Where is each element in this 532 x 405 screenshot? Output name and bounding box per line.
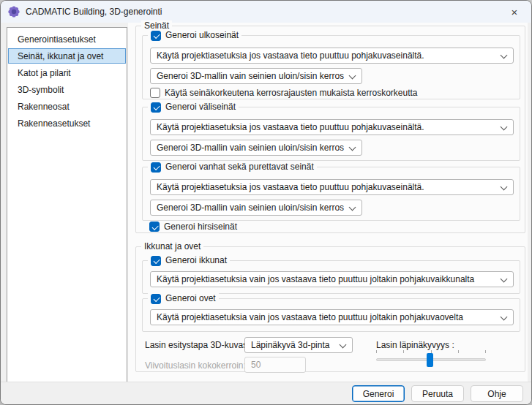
exterior-walls-layer-select[interactable]: Generoi 3D-mallin vain seinien uloin/sis… [150,68,362,84]
partition-walls-label: Generoi väliseinät [165,102,236,113]
glass-style-label: Lasin esitystapa 3D-kuvassa: [145,340,259,350]
partition-walls-checkbox[interactable] [151,102,161,113]
chevron-down-icon [340,341,347,349]
chevron-down-icon [501,276,508,283]
sidebar-list: Generointiasetukset Seinät, ikkunat ja o… [7,27,127,383]
walls-group: Seinät Generoi ulkoseinät Käytä projekti… [135,26,525,233]
wall-height-option-row[interactable]: Käytä seinäkorkeutena kerrosrajausten mu… [150,88,418,98]
old-walls-group: Generoi vanhat sekä purettavat seinät Kä… [142,167,520,221]
close-icon: × [512,6,518,18]
exterior-walls-checkbox[interactable] [151,31,161,41]
exterior-walls-group: Generoi ulkoseinät Käytä projektiasetuks… [142,35,520,99]
old-walls-project-settings-select[interactable]: Käytä projektiasetuksia jos vastaava tie… [150,179,514,195]
glass-transparency-label: Lasin läpinäkyvyys : [376,340,454,350]
app-icon [8,6,20,18]
log-walls-checkbox[interactable] [149,222,160,232]
doors-legend: Generoi ovet [148,293,219,304]
glass-transparency-slider[interactable] [376,350,486,361]
footer-bar: Generoi Peruuta Ohje [1,382,531,404]
old-walls-legend: Generoi vanhat sekä purettavat seinät [148,162,317,173]
dialog-window: CADMATIC Building, 3D-generointi × Gener… [0,0,532,405]
sidebar-item-rakenneosat[interactable]: Rakenneosat [8,99,126,114]
slider-track[interactable] [376,358,486,361]
doors-label: Generoi ovet [165,293,216,304]
exterior-walls-project-settings-value: Käytä projektiasetuksia jos vastaava tie… [157,50,424,61]
wall-height-checkbox[interactable] [150,88,160,98]
titlebar: CADMATIC Building, 3D-generointi × [1,1,531,23]
old-walls-label: Generoi vanhat sekä purettavat seinät [165,162,314,173]
doors-project-settings-select[interactable]: Käytä projektiasetuksia vain jos vastaav… [150,309,514,325]
partition-walls-layer-value: Generoi 3D-mallin vain seinien uloin/sis… [157,143,344,153]
openings-group-title: Ikkunat ja ovet [141,241,203,252]
partition-walls-project-settings-value: Käytä projektiasetuksia jos vastaava tie… [157,122,424,132]
window-title: CADMATIC Building, 3D-generointi [26,7,162,17]
chevron-down-icon [501,124,508,131]
exterior-walls-legend: Generoi ulkoseinät [148,30,241,41]
chevron-down-icon [349,72,356,80]
log-walls-label: Generoi hirsiseinät [164,222,237,232]
partition-walls-project-settings-select[interactable]: Käytä projektiasetuksia jos vastaava tie… [150,119,514,135]
openings-group: Ikkunat ja ovet Generoi ikkunat Käytä pr… [135,246,525,372]
doors-checkbox[interactable] [151,294,161,304]
old-walls-layer-select[interactable]: Generoi 3D-mallin vain seinien uloin/sis… [150,200,362,216]
windows-group: Generoi ikkunat Käytä projektiasetuksia … [142,260,520,294]
partition-walls-layer-select[interactable]: Generoi 3D-mallin vain seinien uloin/sis… [150,140,362,156]
chevron-down-icon [501,52,508,59]
windows-legend: Generoi ikkunat [148,255,230,266]
old-walls-layer-value: Generoi 3D-mallin vain seinien uloin/sis… [157,202,344,213]
old-walls-project-settings-value: Käytä projektiasetuksia jos vastaava tie… [157,182,424,192]
cancel-button[interactable]: Peruuta [411,385,464,402]
sidebar-item-3d-symbolit[interactable]: 3D-symbolit [8,82,126,97]
help-button[interactable]: Ohje [471,385,523,402]
windows-project-settings-value: Käytä projektiasetuksia vain jos vastaav… [157,274,474,284]
windows-project-settings-select[interactable]: Käytä projektiasetuksia vain jos vastaav… [150,271,514,287]
sidebar-item-katot-ja-pilarit[interactable]: Katot ja pilarit [8,65,126,80]
sidebar-item-seinat-ikkunat-ja-ovet[interactable]: Seinät, ikkunat ja ovet [8,48,126,64]
sidebar-item-generointiasetukset[interactable]: Generointiasetukset [8,31,126,47]
doors-project-settings-value: Käytä projektiasetuksia vain jos vastaav… [157,312,463,322]
slider-thumb[interactable] [427,353,433,367]
generate-button[interactable]: Generoi [352,385,405,402]
hatch-scale-input[interactable] [244,357,306,373]
exterior-walls-label: Generoi ulkoseinät [165,30,239,41]
settings-panel: Seinät Generoi ulkoseinät Käytä projekti… [128,23,528,383]
log-walls-row[interactable]: Generoi hirsiseinät [149,222,237,232]
sidebar-item-rakenneasetukset[interactable]: Rakenneasetukset [8,116,126,131]
chevron-down-icon [349,144,356,151]
close-button[interactable]: × [498,1,531,23]
glass-style-value: Läpinäkyvä 3d-pinta [251,340,329,350]
chevron-down-icon [349,204,356,211]
windows-label: Generoi ikkunat [165,255,227,266]
chevron-down-icon [501,183,508,191]
glass-style-select[interactable]: Läpinäkyvä 3d-pinta [244,337,353,353]
wall-height-label: Käytä seinäkorkeutena kerrosrajausten mu… [165,88,418,98]
partition-walls-group: Generoi väliseinät Käytä projektiasetuks… [142,107,520,161]
doors-group: Generoi ovet Käytä projektiasetuksia vai… [142,298,520,332]
hatch-scale-label: Viivoituslasin kokokerroin: [145,360,246,371]
chevron-down-icon [501,314,508,321]
windows-checkbox[interactable] [151,256,161,266]
exterior-walls-project-settings-select[interactable]: Käytä projektiasetuksia jos vastaava tie… [150,48,514,64]
old-walls-checkbox[interactable] [151,162,161,173]
partition-walls-legend: Generoi väliseinät [148,102,239,113]
exterior-walls-layer-value: Generoi 3D-mallin vain seinien uloin/sis… [157,71,344,81]
